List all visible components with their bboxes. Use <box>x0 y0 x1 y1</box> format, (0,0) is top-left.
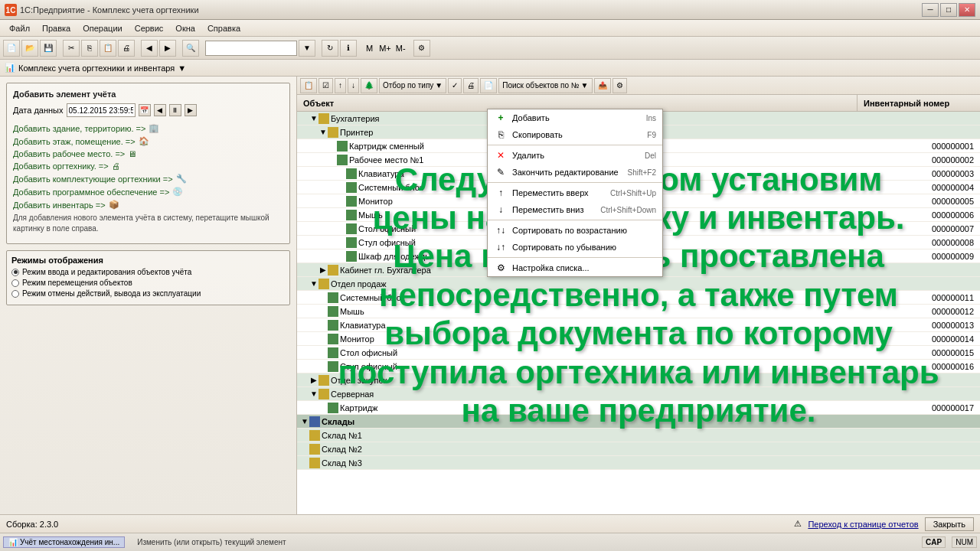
toolbar-new[interactable]: 📄 <box>3 40 20 57</box>
table-row[interactable]: ▼ Склады <box>297 415 980 429</box>
table-row[interactable]: Склад №1 <box>297 429 980 442</box>
toolbar-info[interactable]: ℹ <box>340 40 357 57</box>
nav-icon: 📊 <box>5 63 15 73</box>
toolbar-go[interactable]: ▼ <box>299 40 315 57</box>
toolbar-cut[interactable]: ✂ <box>63 40 80 57</box>
menu-file[interactable]: Файл <box>3 22 36 34</box>
pause-btn[interactable]: ⏸ <box>169 104 181 116</box>
ctx-delete[interactable]: ✕ Удалить Del <box>488 147 662 164</box>
move-up-icon: ↑ <box>494 186 508 200</box>
search-by-num-btn[interactable]: Поиск объектов по № ▼ <box>498 78 592 93</box>
table-row[interactable]: Системный блок 000000011 <box>297 291 980 305</box>
table-row[interactable]: ▼ Отдел продаж <box>297 277 980 291</box>
ctx-sep-1 <box>488 145 662 145</box>
add-building-link[interactable]: Добавить здание, территорию. => 🏢 <box>13 123 283 133</box>
mode-cancel-radio[interactable]: Режим отмены действий, вывода из эксплуа… <box>11 289 285 298</box>
toolbar-m: M <box>363 44 376 53</box>
ctx-finish-edit[interactable]: ✎ Закончить редактирование Shift+F2 <box>488 164 662 181</box>
hierarchy-btn[interactable]: 🌲 <box>361 78 377 93</box>
toolbar-copy[interactable]: ⎘ <box>81 40 98 57</box>
report-link[interactable]: Переход к странице отчетов <box>808 520 918 529</box>
table-row[interactable]: Склад №3 <box>297 456 980 470</box>
mode-move-radio[interactable]: Режим перемещения объектов <box>11 279 285 287</box>
toolbar-mminus: M- <box>394 44 407 53</box>
tag-icon: 📊 <box>8 538 18 546</box>
table-row[interactable]: Клавиатура 000000013 <box>297 318 980 332</box>
next-btn[interactable]: ▶ <box>185 104 197 116</box>
ctx-move-down[interactable]: ↓ Переместить вниз Ctrl+Shift+Down <box>488 201 662 218</box>
ctx-copy[interactable]: ⎘ Скопировать F9 <box>488 126 662 143</box>
toolbar-search[interactable]: 🔍 <box>182 40 199 57</box>
export-btn[interactable]: 📤 <box>594 78 611 93</box>
expand-icon[interactable]: ▶ <box>309 376 318 385</box>
add-workplace-link[interactable]: Добавить рабочее место. => 🖥 <box>13 149 283 158</box>
filter-type-btn[interactable]: Отбор по типу ▼ <box>379 78 446 93</box>
table-row[interactable]: Монитор 000000014 <box>297 332 980 346</box>
table-row[interactable]: ▶ Отдел закупок <box>297 373 980 387</box>
toolbar-paste[interactable]: 📋 <box>100 40 116 57</box>
toolbar-save[interactable]: 💾 <box>40 40 57 57</box>
add-components-link[interactable]: Добавить комплектующие оргтехники => 🔧 <box>13 174 283 184</box>
table-row[interactable]: Стол офисный 000000015 <box>297 346 980 360</box>
sort-desc-btn[interactable]: ↓ <box>348 78 359 93</box>
close-window-button[interactable]: Закрыть <box>925 517 974 531</box>
table-row[interactable]: ▼ Серверная <box>297 387 980 401</box>
status-tag[interactable]: 📊 Учёт местонахождения ин... <box>3 536 125 548</box>
expand-icon[interactable]: ▼ <box>309 114 318 123</box>
add-elements-group: Добавить элемент учёта Дата данных 📅 ◀ ⏸… <box>6 83 290 244</box>
prev-btn[interactable]: ◀ <box>154 104 166 116</box>
toolbar-search-input[interactable] <box>205 41 297 56</box>
toolbar-refresh[interactable]: ↻ <box>322 40 338 57</box>
folder-icon <box>309 458 320 468</box>
menu-service[interactable]: Сервис <box>129 22 170 34</box>
expand-icon[interactable]: ▼ <box>309 390 318 399</box>
menu-windows[interactable]: Окна <box>169 22 201 34</box>
table-row[interactable]: Стул офисный 000000016 <box>297 360 980 373</box>
add-floor-link[interactable]: Добавить этаж, помещение. => 🏠 <box>13 136 283 146</box>
ctx-sort-desc[interactable]: ↓↑ Сортировать по убыванию <box>488 239 662 256</box>
expand-icon[interactable]: ▼ <box>300 417 309 426</box>
expand-icon[interactable]: ▼ <box>318 128 328 137</box>
menu-edit[interactable]: Правка <box>36 22 77 34</box>
status-mode-text: Изменить (или открыть) текущий элемент <box>131 538 916 546</box>
mode-edit-radio[interactable]: Режим ввода и редактирования объектов уч… <box>11 268 285 276</box>
date-input[interactable] <box>67 103 136 117</box>
minimize-button[interactable]: ─ <box>922 3 939 17</box>
settings-btn[interactable]: ⚙ <box>612 78 627 93</box>
ctx-add[interactable]: + Добавить Ins <box>488 109 662 126</box>
mark-btn[interactable]: ✓ <box>448 78 462 93</box>
add-software-link[interactable]: Добавить программное обеспечение => 💿 <box>13 187 283 197</box>
folder-icon <box>309 430 320 441</box>
item-icon <box>328 347 338 358</box>
ctx-sort-asc[interactable]: ↑↓ Сортировать по возрастанию <box>488 222 662 239</box>
maximize-button[interactable]: □ <box>940 3 957 17</box>
toolbar-extra[interactable]: ⚙ <box>413 40 430 57</box>
toolbar-forward[interactable]: ▶ <box>159 40 176 57</box>
table-row[interactable]: Склад №2 <box>297 442 980 456</box>
main-area: Добавить элемент учёта Дата данных 📅 ◀ ⏸… <box>0 77 980 514</box>
ctx-settings[interactable]: ⚙ Настройка списка... <box>488 259 662 276</box>
toolbar-print[interactable]: 🖨 <box>118 40 135 57</box>
sort-asc-btn[interactable]: ↑ <box>335 78 346 93</box>
menu-operations[interactable]: Операции <box>77 22 128 34</box>
calendar-btn[interactable]: 📅 <box>139 104 151 116</box>
expand-icon[interactable]: ▼ <box>309 279 318 289</box>
table-row[interactable]: Картридж 000000017 <box>297 401 980 415</box>
print2-btn[interactable]: 📄 <box>480 78 497 93</box>
nav-path: Комплекс учета оргтехники и инвентаря <box>18 64 175 73</box>
toolbar-open[interactable]: 📂 <box>21 40 38 57</box>
view-btn[interactable]: 📋 <box>300 78 317 93</box>
expand-icon[interactable]: ▶ <box>318 266 328 275</box>
left-panel: Добавить элемент учёта Дата данных 📅 ◀ ⏸… <box>0 77 297 514</box>
print-tree-btn[interactable]: 🖨 <box>463 78 479 93</box>
add-inventory-link[interactable]: Добавить инвентарь => 📦 <box>13 200 283 210</box>
select-all-btn[interactable]: ☑ <box>318 78 333 93</box>
software-icon: 💿 <box>172 187 183 197</box>
toolbar-back[interactable]: ◀ <box>141 40 158 57</box>
nav-dropdown-icon[interactable]: ▼ <box>178 64 186 73</box>
ctx-move-up[interactable]: ↑ Переместить вверх Ctrl+Shift+Up <box>488 184 662 201</box>
menu-help[interactable]: Справка <box>201 22 247 34</box>
add-equipment-link[interactable]: Добавить оргтехнику. => 🖨 <box>13 161 283 171</box>
close-button[interactable]: ✕ <box>959 3 975 17</box>
table-row[interactable]: Мышь 000000012 <box>297 305 980 318</box>
